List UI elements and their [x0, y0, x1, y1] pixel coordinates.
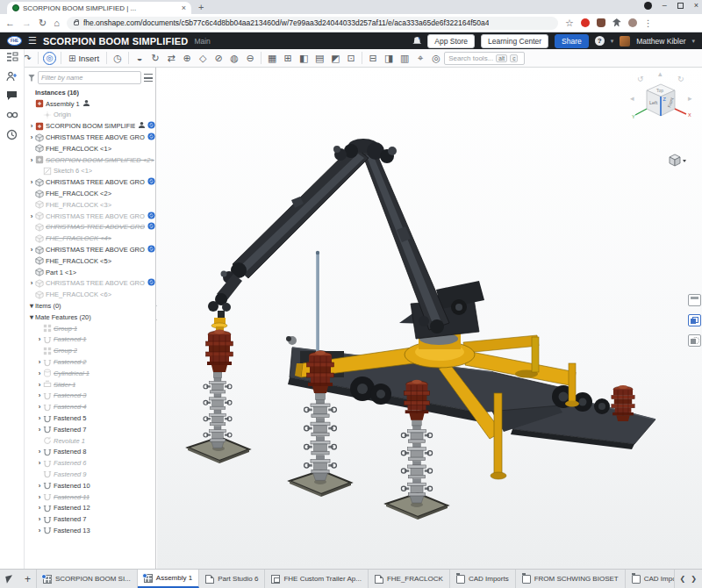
tree-row[interactable]: ›CHRISTMAS TREE ABOVE GROUND <6>: [25, 278, 155, 290]
named-positions-icon[interactable]: ◷: [110, 51, 125, 66]
tree-row[interactable]: ›Fastened 13: [25, 525, 155, 536]
tree-section-header[interactable]: ▾Mate Features (20): [25, 312, 155, 323]
pin-slot-mate-icon[interactable]: ⊘: [211, 51, 226, 66]
mates-relations-icon[interactable]: [6, 110, 18, 120]
measure-icon[interactable]: ◎: [428, 51, 444, 66]
document-tab[interactable]: SCORPION BOOM SI...: [37, 570, 138, 588]
expand-chevron-icon[interactable]: ›: [36, 414, 43, 422]
section-caret-icon[interactable]: ▾: [28, 302, 35, 310]
tree-row[interactable]: ›SCORPION BOOM SIMPLIFIED <2>: [25, 154, 155, 166]
instance-list-icon[interactable]: [6, 52, 18, 62]
tree-row[interactable]: FHE_FRACLOCK <2>: [25, 188, 155, 199]
document-tab[interactable]: FHE Custom Trailer Ap...: [265, 570, 368, 588]
expand-chevron-icon[interactable]: ›: [36, 426, 43, 434]
share-button[interactable]: Share: [555, 34, 589, 48]
named-views-icon[interactable]: ⊟: [365, 51, 381, 66]
add-tab-button[interactable]: +: [19, 570, 37, 588]
tree-row[interactable]: ›CHRISTMAS TREE ABOVE GROUND <1>: [25, 176, 155, 188]
search-tools-input[interactable]: Search tools... alt c: [444, 52, 525, 65]
bom-table-icon[interactable]: ◩: [327, 51, 343, 66]
comments-icon[interactable]: [6, 90, 18, 101]
rotate-ccw-icon[interactable]: ↺: [637, 75, 644, 83]
mate-tool-icon[interactable]: ◎: [43, 52, 56, 65]
document-tab[interactable]: FROM SCHWING BIOSET: [516, 570, 626, 588]
document-tab[interactable]: CAD Imports: [450, 570, 516, 588]
expand-chevron-icon[interactable]: ›: [36, 358, 43, 366]
document-tab[interactable]: Assembly 1: [138, 570, 199, 588]
browser-profile-dot[interactable]: [644, 2, 652, 10]
tree-row[interactable]: ›Fastened 2: [25, 356, 155, 368]
tree-row[interactable]: ›Fastened 7: [25, 424, 155, 435]
dialog-panel-icon[interactable]: [688, 294, 701, 306]
tree-row[interactable]: ›Fastened 6: [25, 457, 155, 469]
replicate-icon[interactable]: ⊞: [280, 51, 296, 66]
expand-chevron-icon[interactable]: ›: [36, 515, 43, 523]
minimize-button[interactable]: –: [663, 1, 667, 10]
slider-mate-icon[interactable]: ⇄: [163, 51, 179, 66]
main-menu-icon[interactable]: ☰: [28, 35, 37, 47]
notifications-bell-icon[interactable]: [412, 37, 421, 45]
display-states-icon[interactable]: ▥: [397, 51, 412, 66]
browser-tab[interactable]: SCORPION BOOM SIMPLIFIED | ... ×: [7, 2, 191, 14]
tree-section-header[interactable]: ▾Items (0): [25, 300, 155, 312]
expand-chevron-icon[interactable]: ›: [36, 381, 43, 389]
expand-chevron-icon[interactable]: ›: [36, 504, 43, 512]
linear-pattern-icon[interactable]: ◧: [296, 51, 312, 66]
tree-row[interactable]: FHE_FRACLOCK <3>: [25, 199, 155, 211]
rotate-cw-icon[interactable]: ↻: [677, 75, 684, 83]
expand-chevron-icon[interactable]: ›: [36, 369, 43, 377]
tree-row[interactable]: Assembly 1: [25, 98, 155, 110]
tree-row[interactable]: ›Slider 1: [25, 379, 155, 391]
ball-mate-icon[interactable]: ◍: [226, 51, 242, 66]
tangent-mate-icon[interactable]: ⊖: [242, 51, 258, 66]
expand-chevron-icon[interactable]: ›: [36, 335, 43, 343]
close-window-button[interactable]: ×: [694, 1, 698, 10]
planar-mate-icon[interactable]: ⊕: [179, 51, 195, 66]
section-caret-icon[interactable]: ▾: [28, 313, 35, 321]
learning-center-button[interactable]: Learning Center: [481, 34, 548, 48]
expand-chevron-icon[interactable]: ›: [36, 391, 43, 399]
help-icon[interactable]: ?: [595, 36, 605, 46]
group-icon[interactable]: ▦: [264, 51, 280, 66]
extension-icon-shield[interactable]: [597, 18, 605, 27]
tabs-scroll-left-icon[interactable]: ❮: [680, 575, 686, 583]
maximize-button[interactable]: [677, 3, 684, 9]
tree-row[interactable]: ›CHRISTMAS TREE ABOVE GROUND <3>: [25, 211, 155, 222]
assembly-3d-viewport[interactable]: Top Left Front Z Y X ↺ ↻ ◂ ▸ ▴: [157, 68, 702, 569]
list-options-icon[interactable]: [144, 74, 153, 82]
tree-row[interactable]: Group 1: [25, 323, 155, 334]
tree-row[interactable]: ›CHRISTMAS TREE ABOVE GROUND <5>: [25, 244, 155, 255]
app-store-button[interactable]: App Store: [427, 34, 475, 48]
browser-avatar[interactable]: [628, 18, 637, 27]
tree-row[interactable]: ›Fastened 10: [25, 480, 155, 491]
browser-menu-icon[interactable]: ⋮: [644, 18, 653, 28]
tree-row[interactable]: Revolute 1: [25, 435, 155, 447]
tree-row[interactable]: Sketch 6 <1>: [25, 166, 155, 177]
tree-row[interactable]: Part 1 <1>: [25, 267, 155, 278]
tree-row[interactable]: CHRISTMAS TREE ABOVE GROUND <4>: [25, 222, 155, 233]
tree-row[interactable]: ›Fastened 7: [25, 513, 155, 525]
tree-row[interactable]: ›Fastened 3: [25, 391, 155, 402]
extension-icon-pin[interactable]: [612, 18, 621, 27]
parts-panel-icon[interactable]: [688, 314, 701, 326]
expand-chevron-icon[interactable]: ›: [36, 482, 43, 490]
view-cube[interactable]: Top Left Front Z Y X ↺ ↻ ◂ ▸ ▴: [632, 75, 702, 176]
expand-chevron-icon[interactable]: ›: [36, 459, 43, 467]
user-avatar[interactable]: [620, 36, 630, 47]
fastened-mate-icon[interactable]: ◒: [132, 51, 147, 66]
document-tab[interactable]: Part Studio 6: [199, 570, 265, 588]
view-options-cube-icon[interactable]: [665, 152, 686, 168]
document-tab[interactable]: FHE_FRACLOCK: [369, 570, 450, 588]
tree-row[interactable]: Origin: [25, 110, 155, 121]
exploded-view-icon[interactable]: ◨: [381, 51, 397, 66]
close-tab-icon[interactable]: ×: [182, 4, 186, 12]
cylindrical-mate-icon[interactable]: ◇: [195, 51, 211, 66]
follow-mode-icon[interactable]: [6, 71, 18, 82]
expand-chevron-icon[interactable]: ›: [36, 403, 43, 411]
revolute-mate-icon[interactable]: ↻: [147, 51, 163, 66]
insert-button[interactable]: ⊞Insert: [64, 52, 104, 65]
tree-row[interactable]: FHE_FRACLOCK <6>: [25, 289, 155, 300]
expand-chevron-icon[interactable]: ›: [36, 493, 43, 501]
document-tab[interactable]: CAD Imports: [626, 570, 674, 588]
tab-manager-icon[interactable]: [0, 570, 19, 588]
